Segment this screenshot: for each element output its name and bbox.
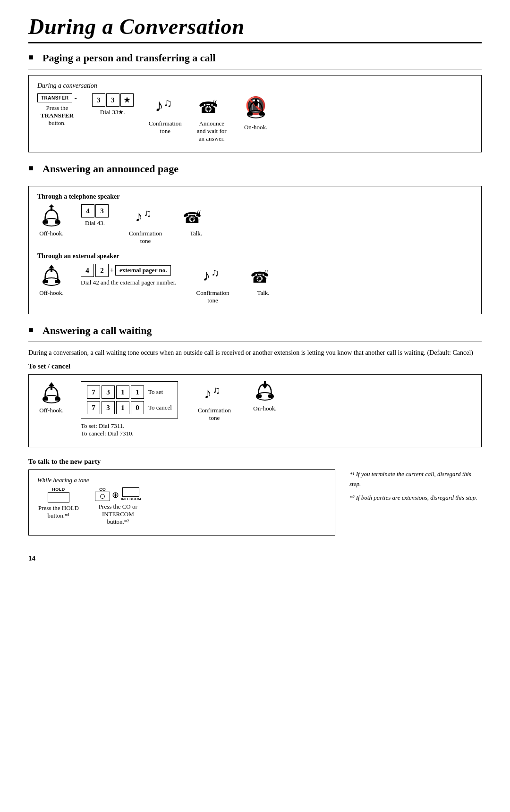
section1-heading: Paging a person and transferring a call [42,52,216,64]
key-1b: 1 [131,385,144,399]
svg-text:((: (( [264,268,269,276]
set-cancel-caption: To set: Dial 7311.To cancel: Dial 7310. [81,422,134,437]
confirm3-caption: Confirmation tone [193,407,236,422]
section3-icon: ■ [28,325,38,336]
step-co-intercom: CO ⊕ INTERCOM Press the CO or INTERCOM b… [95,487,141,526]
step-onhook1: 📵 On-hook. [242,93,270,131]
svg-text:((: (( [212,99,217,107]
section3-heading: Answering a call waiting [42,325,152,337]
footnotes-area: *¹ If you terminate the current call, di… [349,469,482,502]
dash-separator: - [74,94,76,102]
intercom-area: INTERCOM [121,487,141,501]
svg-rect-32 [268,394,273,398]
step-offhook-3: Off-hook. [37,381,66,414]
set-cancel-keys-box: 7 3 1 1 To set 7 3 1 0 To cancel [81,381,178,419]
set-cancel-diagram: Off-hook. 7 3 1 1 To set 7 3 1 0 To canc… [28,374,482,447]
new-party-diagram-area: While hearing a tone HOLD Press the HOLD… [28,469,335,546]
confirm1-caption: Confirmationtone [149,120,182,135]
svg-rect-31 [257,394,262,398]
intercom-box [122,487,139,497]
hold-button-box [48,492,69,502]
section1-header: ■ Paging a person and transferring a cal… [28,52,482,64]
transfer-button-icon: TRANSFER [37,93,72,102]
svg-text:♫: ♫ [212,384,221,396]
key-1c: 1 [116,401,129,414]
step-set-cancel: 7 3 1 1 To set 7 3 1 0 To cancel To set:… [81,381,178,437]
transfer-icon-area: TRANSFER - [37,93,77,102]
offhook2b-caption: Off-hook. [39,289,63,297]
co-box [95,492,110,501]
svg-text:·: · [214,106,216,111]
new-party-diagram: While hearing a tone HOLD Press the HOLD… [28,469,335,536]
svg-rect-8 [259,112,264,116]
co-intercom-arrow: ⊕ [112,490,119,500]
key-3c: 3 [95,204,109,218]
key-3e: 3 [102,401,115,414]
to-cancel-label: To cancel [148,404,172,411]
confirm2a-caption: Confirmation tone [124,230,167,245]
cancel-keys-row: 7 3 1 0 To cancel [87,401,172,414]
key-3d: 3 [102,385,115,399]
svg-rect-27 [55,397,60,401]
onhook-phone1 [245,99,267,120]
step-dial43: 4 3 Dial 43. [81,204,109,227]
new-party-label: To talk to the new party [28,458,482,466]
svg-rect-11 [55,220,60,224]
svg-rect-18 [43,280,48,283]
svg-text:((: (( [197,209,201,216]
section1-diagram: During a conversation TRANSFER - Press t… [28,75,482,152]
dial42-ext-keys-row: 4 2 + external pager no. [81,264,171,277]
set-cancel-row: Off-hook. 7 3 1 1 To set 7 3 1 0 To canc… [37,381,473,437]
onhook1-caption: On-hook. [244,124,267,131]
offhook-icon3 [41,381,62,405]
section3-header: ■ Answering a call waiting [28,325,482,337]
step-confirm2b: ♪ ♫ Confirmation tone [192,264,234,304]
dial42-ext-caption: Dial 42 and the external pager number. [81,279,177,286]
section3-rule [28,342,482,342]
step-transfer: TRANSFER - Press theTRANSFERbutton. [37,93,77,127]
section2-icon: ■ [28,163,38,175]
confirm-tone-icon1: ♪ ♫ [153,93,178,118]
step-onhook3: On-hook. [251,381,279,412]
step-hold: HOLD Press the HOLD button.*¹ [37,487,80,519]
section2-header: ■ Answering an announced page [28,163,482,175]
key-7b: 7 [87,401,100,414]
dial43-caption: Dial 43. [85,219,105,227]
key-0a: 0 [131,401,144,414]
svg-text:♫: ♫ [211,267,219,278]
section1-rule [28,69,482,69]
step-talk2b: ☎ (( · Talk. [249,264,278,297]
svg-text:♫: ♫ [144,207,152,219]
step-confirm2a: ♪ ♫ Confirmation tone [124,204,167,245]
intercom-label-text: INTERCOM [121,497,141,501]
svg-rect-7 [248,112,253,116]
svg-text:♪: ♪ [203,267,210,284]
key-1a: 1 [116,385,129,399]
page-title: During a Conversation [28,14,482,39]
plus-sign: + [110,267,114,274]
telephone-speaker-label: Through a telephone speaker [37,193,473,201]
offhook-icon2b [41,264,62,287]
step-confirm1: ♪ ♫ Confirmationtone [149,93,182,135]
co-circle [100,494,105,499]
svg-text:♪: ♪ [155,96,163,115]
external-speaker-label: Through an external speaker [37,252,473,260]
to-set-label: To set [148,388,163,396]
onhook-icon3 [254,381,276,403]
offhook3-caption: Off-hook. [39,407,63,414]
external-speaker-row: Off-hook. 4 2 + external pager no. Dial … [37,264,473,304]
while-tone-label: While hearing a tone [37,477,326,484]
svg-text:♫: ♫ [163,97,172,109]
section1-icon: ■ [28,52,38,64]
co-intercom-caption: Press the CO or INTERCOM button.*² [97,503,139,526]
telephone-speaker-row: Off-hook. 4 3 Dial 43. ♪ ♫ Confirmation … [37,204,473,245]
hold-icon-area: HOLD [48,487,69,502]
svg-text:♪: ♪ [135,208,143,225]
talk-icon2b: ☎ (( · [249,264,278,287]
confirm-tone-icon2a: ♪ ♫ [133,204,158,228]
key-2a: 2 [95,264,109,277]
new-party-row: HOLD Press the HOLD button.*¹ CO [37,487,326,526]
key-4b: 4 [81,264,94,277]
step-dial42-ext: 4 2 + external pager no. Dial 42 and the… [81,264,177,286]
announce1-caption: Announceand wait foran answer. [197,120,227,142]
